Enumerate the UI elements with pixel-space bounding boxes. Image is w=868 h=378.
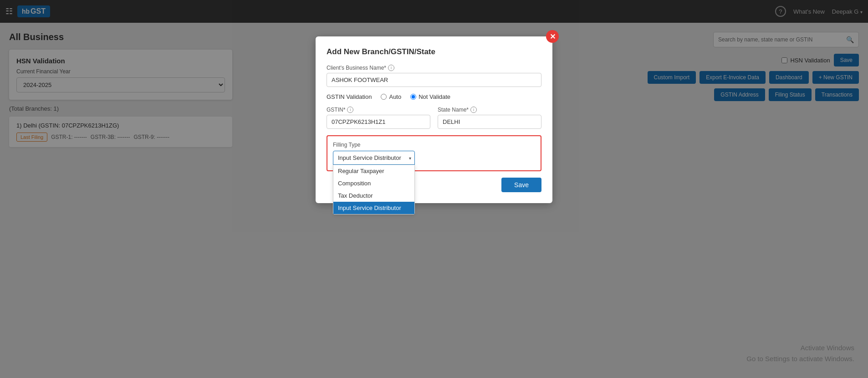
radio-not-validate[interactable]: [410, 94, 416, 100]
radio-group: Auto Not Validate: [381, 93, 450, 100]
gstin-input[interactable]: [327, 115, 430, 129]
gstin-validation-label: GSTIN Validation: [327, 93, 372, 100]
dropdown-option-regular[interactable]: Regular Taxpayer: [333, 165, 414, 177]
filling-type-section: Filling Type Regular TaxpayerComposition…: [327, 135, 541, 171]
dropdown-option-isd[interactable]: Input Service Distributor: [333, 202, 414, 214]
dropdown-option-tax-deductor[interactable]: Tax Deductor: [333, 189, 414, 202]
gstin-info-icon[interactable]: i: [347, 107, 353, 113]
radio-auto-label[interactable]: Auto: [381, 93, 401, 100]
state-name-label: State Name* i: [438, 107, 541, 113]
radio-not-validate-label[interactable]: Not Validate: [410, 93, 450, 100]
filling-type-select[interactable]: Regular TaxpayerCompositionTax DeductorI…: [333, 151, 415, 165]
modal-save-button[interactable]: Save: [501, 178, 541, 192]
modal: ✕ Add New Branch/GSTIN/State Client's Bu…: [316, 36, 552, 203]
dropdown-option-composition[interactable]: Composition: [333, 177, 414, 189]
business-name-input[interactable]: [327, 73, 541, 87]
gstin-state-row: GSTIN* i State Name* i: [327, 107, 541, 129]
modal-overlay: ✕ Add New Branch/GSTIN/State Client's Bu…: [0, 0, 868, 378]
filling-type-dropdown-list: Regular Taxpayer Composition Tax Deducto…: [333, 165, 415, 215]
business-name-info-icon[interactable]: i: [388, 65, 394, 71]
gstin-col: GSTIN* i: [327, 107, 430, 129]
filling-type-dropdown-wrapper: Regular TaxpayerCompositionTax DeductorI…: [333, 151, 415, 165]
radio-auto[interactable]: [381, 94, 387, 100]
state-col: State Name* i: [438, 107, 541, 129]
filling-type-label: Filling Type: [333, 142, 535, 148]
modal-title: Add New Branch/GSTIN/State: [327, 47, 541, 56]
gstin-validation-row: GSTIN Validation Auto Not Validate: [327, 93, 541, 100]
state-name-input[interactable]: [438, 115, 541, 129]
modal-close-button[interactable]: ✕: [546, 30, 559, 43]
business-name-label: Client's Business Name* i: [327, 65, 541, 71]
gstin-label: GSTIN* i: [327, 107, 430, 113]
state-name-info-icon[interactable]: i: [470, 107, 477, 113]
